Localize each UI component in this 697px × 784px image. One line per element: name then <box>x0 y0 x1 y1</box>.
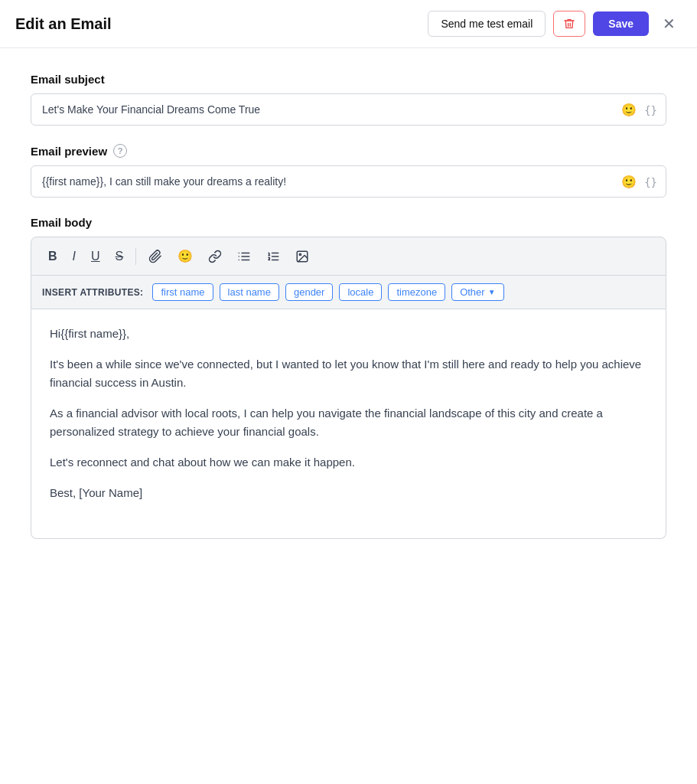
body-para-3: As a financial advisor with local roots,… <box>50 404 647 441</box>
variable-icon: {} <box>644 103 657 116</box>
preview-help-icon[interactable]: ? <box>113 144 127 158</box>
preview-input-wrapper: 🙂 {} <box>31 165 666 198</box>
body-para-4: Let's reconnect and chat about how we ca… <box>50 453 647 472</box>
attr-locale[interactable]: locale <box>339 283 382 301</box>
unordered-list-icon <box>237 250 251 263</box>
link-button[interactable] <box>202 246 228 267</box>
ordered-list-button[interactable] <box>260 246 286 267</box>
preview-label: Email preview ? <box>31 144 666 158</box>
main-content: Email subject 🙂 {} Email preview ? 🙂 <box>0 48 697 564</box>
save-button[interactable]: Save <box>593 11 649 36</box>
preview-input-icons: 🙂 {} <box>621 175 657 189</box>
attachment-icon <box>148 250 162 263</box>
unordered-list-button[interactable] <box>231 246 257 267</box>
strikethrough-button[interactable]: S <box>109 246 130 267</box>
emoji-toolbar-icon: 🙂 <box>178 249 193 263</box>
attachment-button[interactable] <box>142 246 168 267</box>
body-para-2: It's been a while since we've connected,… <box>50 355 647 392</box>
close-button[interactable]: ✕ <box>656 11 682 36</box>
subject-label: Email subject <box>31 73 666 86</box>
attributes-row: INSERT ATTRIBUTES: first name last name … <box>31 276 666 309</box>
body-para-1: Hi{{first name}}, <box>50 325 647 343</box>
trash-icon <box>563 18 575 30</box>
delete-button[interactable] <box>553 11 585 37</box>
bold-button[interactable]: B <box>42 246 64 267</box>
subject-emoji-button[interactable]: 🙂 <box>621 103 637 117</box>
page-title: Edit an Email <box>15 15 112 33</box>
link-icon <box>208 250 222 263</box>
subject-section: Email subject 🙂 {} <box>31 73 666 126</box>
toolbar-wrapper: B I U S 🙂 <box>31 237 666 309</box>
subject-variable-button[interactable]: {} <box>644 103 657 116</box>
ordered-list-icon <box>266 250 280 263</box>
subject-input-icons: 🙂 {} <box>621 103 657 117</box>
preview-input[interactable] <box>31 165 666 198</box>
attributes-label: INSERT ATTRIBUTES: <box>42 287 143 298</box>
header: Edit an Email Send me test email Save ✕ <box>0 0 697 48</box>
emoji-icon: 🙂 <box>621 103 637 116</box>
preview-section: Email preview ? 🙂 {} <box>31 144 666 198</box>
test-email-button[interactable]: Send me test email <box>428 11 546 37</box>
toolbar-row: B I U S 🙂 <box>31 237 666 276</box>
svg-point-10 <box>300 253 301 255</box>
chevron-down-icon: ▼ <box>488 288 496 296</box>
emoji-button[interactable]: 🙂 <box>171 245 199 267</box>
attr-gender[interactable]: gender <box>285 283 333 301</box>
subject-input-wrapper: 🙂 {} <box>31 93 666 126</box>
toolbar-divider-1 <box>135 248 136 265</box>
italic-button[interactable]: I <box>67 246 82 267</box>
body-section: Email body B I U S 🙂 <box>31 216 666 539</box>
body-label: Email body <box>31 216 666 229</box>
body-para-5: Best, [Your Name] <box>50 484 647 502</box>
image-icon <box>295 250 309 263</box>
subject-input[interactable] <box>31 93 666 126</box>
emoji-icon-2: 🙂 <box>621 175 637 188</box>
attr-last-name[interactable]: last name <box>220 283 279 301</box>
body-editor[interactable]: Hi{{first name}}, It's been a while sinc… <box>31 309 666 539</box>
attr-other-dropdown[interactable]: Other ▼ <box>451 283 503 301</box>
attr-first-name[interactable]: first name <box>152 283 213 301</box>
underline-button[interactable]: U <box>85 246 106 267</box>
preview-variable-button[interactable]: {} <box>644 175 657 188</box>
image-button[interactable] <box>289 246 315 267</box>
header-actions: Send me test email Save ✕ <box>428 11 682 37</box>
preview-emoji-button[interactable]: 🙂 <box>621 175 637 189</box>
attr-timezone[interactable]: timezone <box>388 283 445 301</box>
variable-icon-2: {} <box>644 175 657 188</box>
